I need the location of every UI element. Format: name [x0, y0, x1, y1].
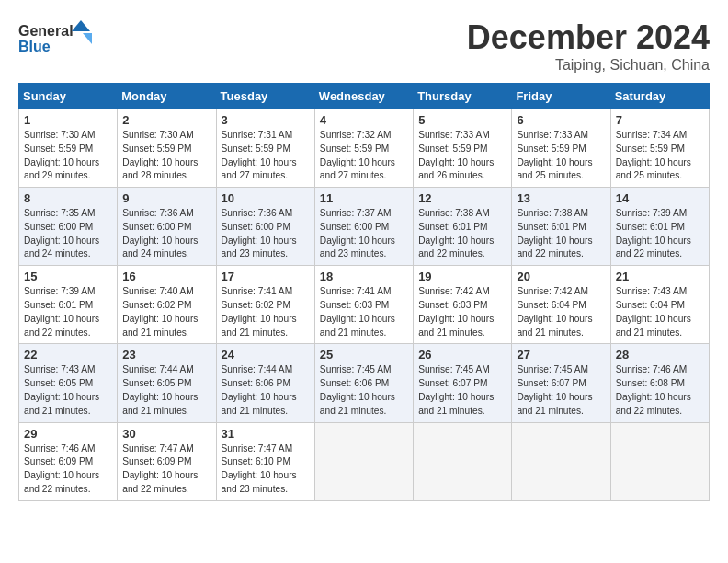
- table-row: 19Sunrise: 7:42 AMSunset: 6:03 PMDayligh…: [414, 266, 512, 344]
- table-row: [610, 422, 709, 500]
- day-number: 25: [320, 348, 408, 362]
- svg-text:Blue: Blue: [18, 39, 51, 54]
- day-info: Sunrise: 7:42 AMSunset: 6:03 PMDaylight:…: [418, 285, 506, 339]
- day-number: 5: [418, 113, 506, 127]
- table-row: 20Sunrise: 7:42 AMSunset: 6:04 PMDayligh…: [512, 266, 610, 344]
- header-thursday: Thursday: [414, 84, 512, 109]
- svg-marker-3: [83, 33, 92, 44]
- table-row: 18Sunrise: 7:41 AMSunset: 6:03 PMDayligh…: [314, 266, 413, 344]
- day-number: 26: [418, 348, 506, 362]
- table-row: 27Sunrise: 7:45 AMSunset: 6:07 PMDayligh…: [512, 344, 610, 422]
- table-row: 22Sunrise: 7:43 AMSunset: 6:05 PMDayligh…: [19, 344, 118, 422]
- day-info: Sunrise: 7:47 AMSunset: 6:09 PMDaylight:…: [122, 442, 210, 497]
- day-number: 22: [24, 348, 112, 362]
- calendar-table: Sunday Monday Tuesday Wednesday Thursday…: [18, 83, 710, 501]
- day-info: Sunrise: 7:30 AMSunset: 5:59 PMDaylight:…: [122, 129, 210, 183]
- day-number: 19: [418, 270, 506, 283]
- table-row: 1Sunrise: 7:30 AMSunset: 5:59 PMDaylight…: [19, 109, 118, 188]
- table-row: 10Sunrise: 7:36 AMSunset: 6:00 PMDayligh…: [216, 188, 314, 266]
- calendar-week-row: 15Sunrise: 7:39 AMSunset: 6:01 PMDayligh…: [19, 266, 710, 344]
- day-number: 7: [616, 113, 704, 127]
- day-info: Sunrise: 7:43 AMSunset: 6:04 PMDaylight:…: [616, 285, 704, 339]
- day-number: 13: [517, 191, 605, 205]
- day-number: 28: [616, 348, 704, 362]
- day-info: Sunrise: 7:45 AMSunset: 6:07 PMDaylight:…: [418, 363, 506, 418]
- header-monday: Monday: [118, 84, 216, 109]
- day-number: 8: [24, 191, 112, 205]
- title-block: December 2024 Taiping, Sichuan, China: [467, 18, 710, 74]
- day-info: Sunrise: 7:40 AMSunset: 6:02 PMDaylight:…: [122, 285, 210, 339]
- day-info: Sunrise: 7:44 AMSunset: 6:05 PMDaylight:…: [122, 363, 210, 418]
- day-info: Sunrise: 7:43 AMSunset: 6:05 PMDaylight:…: [24, 363, 112, 418]
- day-number: 20: [517, 270, 605, 283]
- day-info: Sunrise: 7:33 AMSunset: 5:59 PMDaylight:…: [418, 129, 506, 183]
- day-info: Sunrise: 7:38 AMSunset: 6:01 PMDaylight:…: [418, 207, 506, 261]
- day-info: Sunrise: 7:41 AMSunset: 6:02 PMDaylight:…: [222, 285, 310, 339]
- table-row: 14Sunrise: 7:39 AMSunset: 6:01 PMDayligh…: [610, 188, 709, 266]
- page-header: General Blue December 2024 Taiping, Sich…: [18, 18, 710, 74]
- table-row: 12Sunrise: 7:38 AMSunset: 6:01 PMDayligh…: [414, 188, 512, 266]
- table-row: 17Sunrise: 7:41 AMSunset: 6:02 PMDayligh…: [216, 266, 314, 344]
- day-info: Sunrise: 7:30 AMSunset: 5:59 PMDaylight:…: [24, 129, 112, 183]
- table-row: 11Sunrise: 7:37 AMSunset: 6:00 PMDayligh…: [314, 188, 413, 266]
- day-info: Sunrise: 7:44 AMSunset: 6:06 PMDaylight:…: [222, 363, 310, 418]
- table-row: 5Sunrise: 7:33 AMSunset: 5:59 PMDaylight…: [414, 109, 512, 188]
- header-tuesday: Tuesday: [216, 84, 314, 109]
- day-info: Sunrise: 7:41 AMSunset: 6:03 PMDaylight:…: [320, 285, 408, 339]
- table-row: 4Sunrise: 7:32 AMSunset: 5:59 PMDaylight…: [314, 109, 413, 188]
- day-info: Sunrise: 7:46 AMSunset: 6:09 PMDaylight:…: [24, 442, 112, 497]
- weekday-header-row: Sunday Monday Tuesday Wednesday Thursday…: [19, 84, 710, 109]
- table-row: 23Sunrise: 7:44 AMSunset: 6:05 PMDayligh…: [118, 344, 216, 422]
- day-info: Sunrise: 7:34 AMSunset: 5:59 PMDaylight:…: [616, 129, 704, 183]
- table-row: 21Sunrise: 7:43 AMSunset: 6:04 PMDayligh…: [610, 266, 709, 344]
- table-row: 30Sunrise: 7:47 AMSunset: 6:09 PMDayligh…: [118, 422, 216, 500]
- day-info: Sunrise: 7:47 AMSunset: 6:10 PMDaylight:…: [222, 442, 310, 497]
- logo: General Blue: [18, 18, 92, 60]
- day-info: Sunrise: 7:45 AMSunset: 6:06 PMDaylight:…: [320, 363, 408, 418]
- day-number: 16: [122, 270, 210, 283]
- logo-icon: General Blue: [18, 18, 92, 60]
- table-row: [314, 422, 413, 500]
- header-saturday: Saturday: [610, 84, 709, 109]
- day-info: Sunrise: 7:39 AMSunset: 6:01 PMDaylight:…: [616, 207, 704, 261]
- day-number: 12: [418, 191, 506, 205]
- day-info: Sunrise: 7:39 AMSunset: 6:01 PMDaylight:…: [24, 285, 112, 339]
- table-row: [414, 422, 512, 500]
- day-info: Sunrise: 7:38 AMSunset: 6:01 PMDaylight:…: [517, 207, 605, 261]
- day-number: 29: [24, 427, 112, 441]
- day-info: Sunrise: 7:37 AMSunset: 6:00 PMDaylight:…: [320, 207, 408, 261]
- table-row: 25Sunrise: 7:45 AMSunset: 6:06 PMDayligh…: [314, 344, 413, 422]
- day-number: 2: [122, 113, 210, 127]
- day-info: Sunrise: 7:33 AMSunset: 5:59 PMDaylight:…: [517, 129, 605, 183]
- svg-text:General: General: [18, 23, 74, 39]
- table-row: 24Sunrise: 7:44 AMSunset: 6:06 PMDayligh…: [216, 344, 314, 422]
- day-number: 1: [24, 113, 112, 127]
- day-number: 6: [517, 113, 605, 127]
- day-info: Sunrise: 7:45 AMSunset: 6:07 PMDaylight:…: [517, 363, 605, 418]
- table-row: 7Sunrise: 7:34 AMSunset: 5:59 PMDaylight…: [610, 109, 709, 188]
- table-row: 28Sunrise: 7:46 AMSunset: 6:08 PMDayligh…: [610, 344, 709, 422]
- month-title: December 2024: [467, 18, 710, 57]
- table-row: 13Sunrise: 7:38 AMSunset: 6:01 PMDayligh…: [512, 188, 610, 266]
- table-row: 8Sunrise: 7:35 AMSunset: 6:00 PMDaylight…: [19, 188, 118, 266]
- day-number: 24: [222, 348, 310, 362]
- day-number: 31: [222, 427, 310, 441]
- day-number: 15: [24, 270, 112, 283]
- calendar-week-row: 8Sunrise: 7:35 AMSunset: 6:00 PMDaylight…: [19, 188, 710, 266]
- day-number: 17: [222, 270, 310, 283]
- day-number: 23: [122, 348, 210, 362]
- day-number: 21: [616, 270, 704, 283]
- day-number: 10: [222, 191, 310, 205]
- day-number: 27: [517, 348, 605, 362]
- calendar-week-row: 1Sunrise: 7:30 AMSunset: 5:59 PMDaylight…: [19, 109, 710, 188]
- table-row: 3Sunrise: 7:31 AMSunset: 5:59 PMDaylight…: [216, 109, 314, 188]
- day-number: 9: [122, 191, 210, 205]
- day-info: Sunrise: 7:35 AMSunset: 6:00 PMDaylight:…: [24, 207, 112, 261]
- day-info: Sunrise: 7:46 AMSunset: 6:08 PMDaylight:…: [616, 363, 704, 418]
- day-info: Sunrise: 7:42 AMSunset: 6:04 PMDaylight:…: [517, 285, 605, 339]
- day-number: 3: [222, 113, 310, 127]
- day-number: 30: [122, 427, 210, 441]
- header-wednesday: Wednesday: [314, 84, 413, 109]
- day-number: 4: [320, 113, 408, 127]
- day-number: 11: [320, 191, 408, 205]
